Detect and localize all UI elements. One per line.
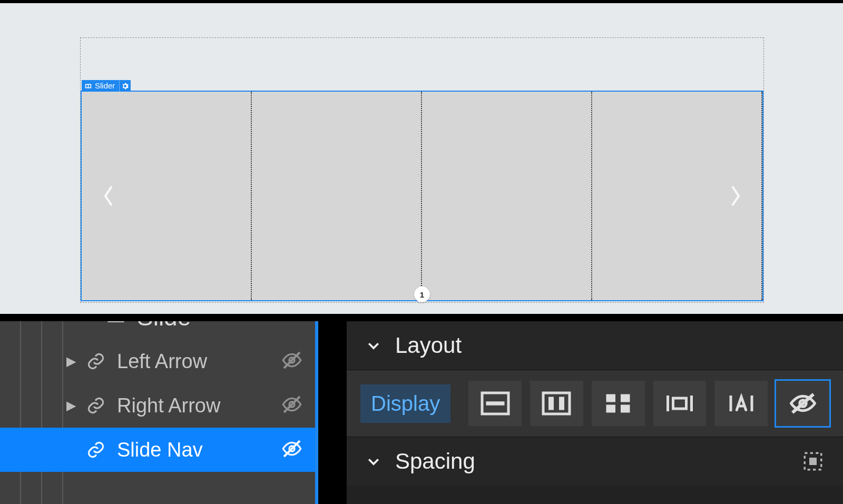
style-panel: Layout Display Spacing xyxy=(347,321,843,504)
section-title: Spacing xyxy=(395,449,475,474)
visibility-hidden-icon[interactable] xyxy=(281,438,305,461)
selection-tag[interactable]: Slider xyxy=(82,80,131,92)
svg-rect-22 xyxy=(673,398,687,409)
spacing-expand-icon[interactable] xyxy=(802,450,824,472)
link-icon xyxy=(85,395,106,416)
canvas-area: Slider 1 xyxy=(0,3,843,314)
svg-rect-12 xyxy=(486,401,504,406)
link-icon xyxy=(85,351,106,372)
visibility-hidden-icon[interactable] xyxy=(281,350,305,373)
slider-next-arrow[interactable] xyxy=(728,183,743,209)
slider-component-icon xyxy=(85,83,92,90)
chevron-down-icon xyxy=(366,453,381,469)
navigator-tree: Slide ▶ Left Arrow ▶ Right Arrow xyxy=(0,321,315,472)
canvas-container[interactable]: Slider 1 xyxy=(80,37,764,303)
slide-layout-icon xyxy=(105,321,126,328)
svg-rect-18 xyxy=(606,405,616,413)
tree-item-left-arrow[interactable]: ▶ Left Arrow xyxy=(0,339,315,383)
display-option-flex[interactable] xyxy=(530,381,583,426)
selection-tag-label: Slider xyxy=(95,80,115,92)
svg-rect-19 xyxy=(621,405,630,413)
slide-cell[interactable] xyxy=(422,92,592,300)
display-option-none[interactable] xyxy=(776,381,829,426)
svg-rect-14 xyxy=(548,397,554,410)
display-option-inline-block[interactable] xyxy=(653,381,707,426)
svg-rect-28 xyxy=(809,458,817,465)
svg-rect-13 xyxy=(543,393,570,414)
slider-element[interactable]: Slider 1 xyxy=(81,91,763,301)
svg-rect-2 xyxy=(89,85,90,87)
slider-prev-arrow[interactable] xyxy=(101,183,116,209)
svg-rect-1 xyxy=(86,85,87,87)
display-option-grid[interactable] xyxy=(592,381,645,426)
slider-page-number: 1 xyxy=(420,290,424,299)
slide-cell[interactable] xyxy=(252,92,422,300)
display-option-block[interactable] xyxy=(468,381,522,426)
tree-item-label: Slide xyxy=(137,321,305,331)
tree-item-label: Right Arrow xyxy=(117,394,281,417)
section-title: Layout xyxy=(395,333,462,358)
display-property-row: Display xyxy=(347,370,843,437)
section-header-spacing[interactable]: Spacing xyxy=(347,437,843,486)
tree-item-label: Left Arrow xyxy=(117,350,281,373)
navigator-panel: Slide ▶ Left Arrow ▶ Right Arrow xyxy=(0,321,318,504)
disclosure-triangle-icon[interactable]: ▶ xyxy=(66,354,78,369)
link-icon xyxy=(85,439,106,460)
section-header-layout[interactable]: Layout xyxy=(347,321,843,370)
svg-rect-16 xyxy=(606,394,616,402)
display-option-inline[interactable] xyxy=(714,381,768,426)
disclosure-triangle-icon[interactable]: ▶ xyxy=(66,398,78,413)
tree-item-right-arrow[interactable]: ▶ Right Arrow xyxy=(0,383,315,428)
display-property-label[interactable]: Display xyxy=(360,384,450,423)
svg-rect-15 xyxy=(559,397,564,410)
svg-rect-3 xyxy=(109,321,123,322)
visibility-hidden-icon[interactable] xyxy=(281,394,305,417)
svg-rect-17 xyxy=(621,394,630,402)
tree-item-slide[interactable]: Slide xyxy=(0,321,315,339)
slider-page-indicator[interactable]: 1 xyxy=(414,286,430,302)
selection-settings-button[interactable] xyxy=(119,80,131,92)
tree-item-label: Slide Nav xyxy=(117,439,281,461)
chevron-down-icon xyxy=(366,338,381,353)
tree-item-slide-nav[interactable]: ▶ Slide Nav xyxy=(0,428,315,472)
